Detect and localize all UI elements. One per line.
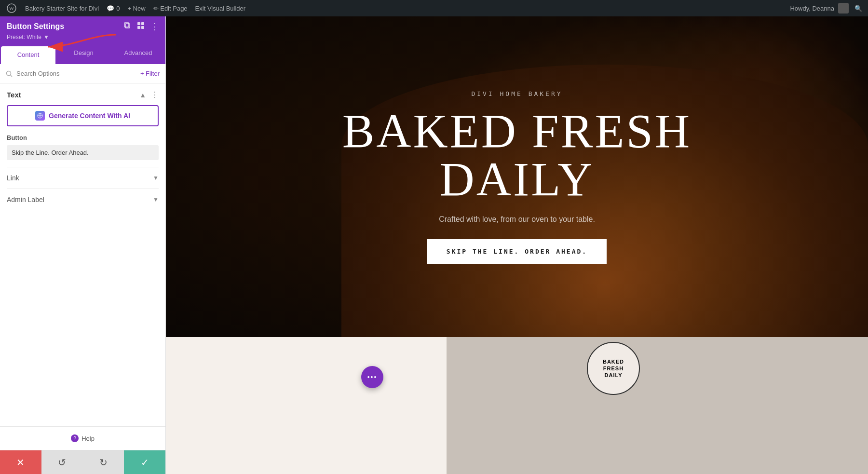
purple-float-button[interactable]: ••• bbox=[361, 366, 383, 388]
cancel-button[interactable]: ✕ bbox=[0, 450, 41, 474]
link-chevron-icon: ▼ bbox=[153, 175, 159, 181]
svg-rect-5 bbox=[141, 22, 144, 25]
button-field-label: Button bbox=[7, 134, 159, 141]
search-icon bbox=[6, 70, 13, 77]
panel-header-icons: ⋮ bbox=[123, 21, 159, 32]
dots-icon: ••• bbox=[367, 373, 378, 381]
comment-icon: 💬 bbox=[107, 5, 114, 12]
admin-label-chevron-icon: ▼ bbox=[153, 196, 159, 203]
search-icon: 🔍 bbox=[854, 5, 862, 12]
svg-text:W: W bbox=[9, 5, 14, 11]
more-options-icon[interactable]: ⋮ bbox=[150, 21, 159, 32]
undo-button[interactable]: ↺ bbox=[41, 450, 83, 474]
filter-button[interactable]: + Filter bbox=[140, 70, 160, 77]
search-bar: + Filter bbox=[0, 64, 165, 83]
svg-point-9 bbox=[7, 71, 11, 75]
exit-builder-link[interactable]: Exit Visual Builder bbox=[195, 5, 246, 12]
hero-cta-button[interactable]: SKIP THE LINE. ORDER AHEAD. bbox=[427, 239, 607, 264]
hero-description: Crafted with love, from our oven to your… bbox=[439, 215, 595, 224]
admin-label-title: Admin Label bbox=[7, 196, 44, 203]
link-section-header[interactable]: Link ▼ bbox=[7, 174, 159, 182]
link-section-title: Link bbox=[7, 174, 19, 182]
ai-icon bbox=[35, 111, 45, 121]
admin-label-section-header[interactable]: Admin Label ▼ bbox=[7, 196, 159, 203]
svg-rect-7 bbox=[141, 26, 144, 29]
svg-rect-4 bbox=[137, 22, 140, 25]
below-hero-section: ••• BAKED FRESH DAILY bbox=[166, 337, 868, 474]
redo-button[interactable]: ↻ bbox=[83, 450, 124, 474]
panel-content: Text ▲ ⋮ Generate Conte bbox=[0, 83, 165, 426]
admin-label-section: Admin Label ▼ bbox=[7, 189, 159, 203]
grid-icon[interactable] bbox=[137, 22, 145, 31]
edit-page-link[interactable]: ✏ Edit Page bbox=[153, 5, 188, 12]
red-arrow bbox=[43, 30, 121, 56]
below-hero-image bbox=[447, 337, 868, 474]
avatar bbox=[838, 3, 849, 14]
search-button[interactable]: 🔍 bbox=[854, 5, 862, 12]
help-section: ? Help bbox=[0, 426, 165, 450]
hero-title: BAKED FRESHDAILY bbox=[342, 107, 692, 203]
hero-section: DIVI HOME BAKERY BAKED FRESHDAILY Crafte… bbox=[166, 16, 868, 337]
hero-content: DIVI HOME BAKERY BAKED FRESHDAILY Crafte… bbox=[166, 16, 868, 337]
svg-line-10 bbox=[11, 75, 13, 77]
help-button[interactable]: ? Help bbox=[8, 434, 158, 442]
new-content-link[interactable]: + New bbox=[127, 5, 145, 12]
text-section-collapse-icon[interactable]: ▲ bbox=[139, 91, 146, 99]
wp-logo-icon[interactable]: W bbox=[6, 2, 17, 14]
stamp-circle: BAKED FRESH DAILY bbox=[587, 342, 640, 395]
help-icon: ? bbox=[71, 434, 79, 442]
bottom-toolbar: ✕ ↺ ↻ ✓ bbox=[0, 450, 165, 474]
left-panel: Button Settings bbox=[0, 16, 166, 474]
text-section-header: Text ▲ ⋮ bbox=[7, 90, 159, 99]
text-section-menu-icon[interactable]: ⋮ bbox=[151, 90, 159, 99]
right-content: DIVI HOME BAKERY BAKED FRESHDAILY Crafte… bbox=[166, 16, 868, 474]
button-text-input[interactable] bbox=[7, 145, 159, 160]
wp-admin-bar: W Bakery Starter Site for Divi 💬 0 + New… bbox=[0, 0, 868, 16]
search-options-input[interactable] bbox=[16, 70, 136, 77]
text-section-title: Text bbox=[7, 91, 21, 99]
comments-link[interactable]: 💬 0 bbox=[107, 5, 120, 12]
generate-ai-button[interactable]: Generate Content With AI bbox=[7, 105, 159, 126]
stamp-text: BAKED FRESH DAILY bbox=[603, 358, 624, 379]
save-button[interactable]: ✓ bbox=[124, 450, 165, 474]
link-section: Link ▼ bbox=[7, 167, 159, 182]
hero-subtitle: DIVI HOME BAKERY bbox=[471, 90, 562, 97]
site-name-link[interactable]: Bakery Starter Site for Divi bbox=[25, 5, 99, 12]
main-layout: Button Settings bbox=[0, 16, 868, 474]
text-section: Text ▲ ⋮ Generate Conte bbox=[7, 90, 159, 160]
svg-rect-6 bbox=[137, 26, 140, 29]
button-field: Button bbox=[7, 134, 159, 160]
copy-icon[interactable] bbox=[123, 22, 131, 31]
howdy-greeting: Howdy, Deanna bbox=[790, 3, 849, 14]
